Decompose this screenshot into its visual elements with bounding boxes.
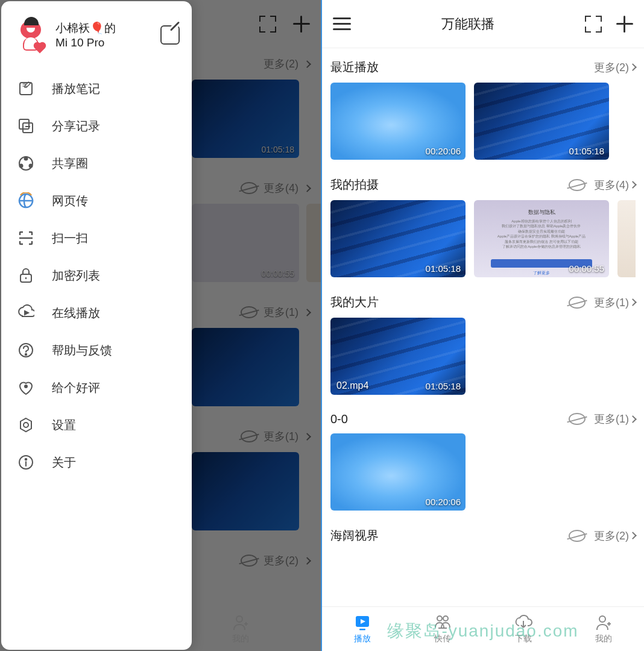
more-link[interactable]: 更多(2)	[594, 60, 636, 75]
chevron-icon	[629, 63, 637, 71]
more-link[interactable]: 更多(4)	[594, 178, 636, 192]
menu-label: 关于	[52, 454, 76, 471]
menu-item-web-transfer[interactable]: 网页传	[1, 182, 192, 219]
menu-item-encrypted[interactable]: 加密列表	[1, 257, 192, 294]
right-header: 万能联播	[322, 0, 644, 48]
video-thumb[interactable]: 01:05:18	[330, 200, 466, 277]
svg-point-17	[437, 616, 442, 621]
menu-item-help[interactable]: 帮助与反馈	[1, 332, 192, 369]
menu-label: 共享圈	[52, 156, 88, 172]
user-name-prefix: 小棉袄	[55, 22, 90, 34]
duration: 00:00:55	[569, 263, 604, 274]
scan-button[interactable]	[585, 16, 602, 33]
thumbs-row: 01:05:18数据与隐私Apple相信您拥有掌控个人信息的权利我们设计了数据与…	[330, 200, 636, 277]
eye-off-icon[interactable]	[569, 413, 586, 425]
duration: 01:05:18	[426, 381, 461, 391]
svg-point-4	[25, 157, 28, 160]
section-我的大片: 我的大片更多(1)02.mp401:05:18	[322, 283, 644, 401]
section-header: 我的大片更多(1)	[330, 294, 636, 310]
share-log-icon	[17, 117, 35, 135]
svg-point-14	[236, 616, 242, 622]
video-thumb[interactable]: 01:05:18	[474, 83, 609, 160]
nav-label: 快传	[434, 634, 451, 644]
video-thumb[interactable]: 02.mp401:05:18	[330, 318, 466, 395]
svg-rect-16	[359, 629, 365, 631]
video-thumb[interactable]: 数据与隐私Apple相信您拥有掌控个人信息的权利我们设计了数据与隐私信息 帮助A…	[474, 200, 609, 277]
duration: 01:05:18	[569, 146, 604, 156]
side-drawer: 小棉袄🎈的 Mi 10 Pro 播放笔记分享记录共享圈网页传扫一扫加密列表在线播…	[1, 1, 192, 650]
duration: 01:05:18	[426, 263, 461, 274]
menu-label: 网页传	[52, 193, 88, 209]
menu-item-online-play[interactable]: 在线播放	[1, 294, 192, 332]
section-title: 0-0	[330, 412, 569, 426]
drawer-title: 小棉袄🎈的 Mi 10 Pro	[55, 20, 152, 49]
menu-label: 帮助与反馈	[52, 342, 112, 359]
more-link[interactable]: 更多(1)	[594, 295, 636, 310]
drawer-header: 小棉袄🎈的 Mi 10 Pro	[1, 13, 192, 66]
svg-rect-1	[19, 119, 29, 129]
section-最近播放: 最近播放更多(2)00:20:0601:05:18	[322, 48, 644, 166]
section-header: 0-0更多(1)	[330, 412, 636, 426]
video-thumb[interactable]: 00:20:06	[330, 433, 466, 511]
menu-label: 扫一扫	[52, 230, 88, 247]
menu-item-scan[interactable]: 扫一扫	[1, 219, 192, 257]
eye-off-icon[interactable]	[569, 530, 586, 542]
balloon-icon: 🎈	[90, 22, 104, 34]
section-title: 海阔视界	[330, 527, 569, 544]
person-icon	[232, 614, 250, 632]
menu-item-settings[interactable]: 设置	[1, 406, 192, 444]
nav-download[interactable]: 下载	[514, 614, 532, 644]
online-play-icon	[17, 304, 35, 322]
svg-point-10	[25, 385, 27, 388]
more-link[interactable]: 更多(2)	[594, 529, 636, 543]
svg-point-20	[599, 616, 605, 622]
nav-label: 播放	[354, 634, 371, 644]
chevron-icon	[629, 532, 637, 539]
menu-label: 播放笔记	[52, 81, 100, 97]
menu-item-notes[interactable]: 播放笔记	[1, 70, 192, 107]
menu-item-rate[interactable]: 给个好评	[1, 369, 192, 406]
menu-item-share-log[interactable]: 分享记录	[1, 107, 192, 145]
device-name: Mi 10 Pro	[55, 36, 152, 49]
duration: 00:20:06	[426, 497, 461, 507]
nav-fast[interactable]: 快传	[434, 614, 452, 644]
section-title: 我的大片	[330, 294, 569, 310]
right-content[interactable]: 最近播放更多(2)00:20:0601:05:18我的拍摄更多(4)01:05:…	[322, 48, 644, 606]
download-icon	[514, 614, 532, 632]
nav-play[interactable]: 播放	[353, 614, 371, 644]
help-icon	[17, 341, 35, 359]
nav-label: 我的	[595, 634, 612, 644]
menu-label: 加密列表	[52, 268, 100, 284]
encrypted-icon	[17, 266, 35, 285]
svg-point-6	[30, 165, 33, 168]
add-button[interactable]	[616, 16, 633, 33]
avatar[interactable]	[13, 18, 47, 52]
svg-rect-19	[438, 627, 447, 629]
section-header: 我的拍摄更多(4)	[330, 177, 636, 193]
edit-button[interactable]	[160, 25, 180, 45]
menu-label: 给个好评	[52, 380, 100, 396]
svg-rect-2	[23, 123, 33, 133]
eye-off-icon[interactable]	[569, 297, 586, 309]
more-link[interactable]: 更多(1)	[594, 412, 636, 426]
nav-mine[interactable]: 我的	[595, 614, 613, 644]
user-name-suffix: 的	[104, 22, 116, 34]
nav-label: 下载	[515, 634, 532, 644]
right-bottom-nav: 播放快传下载我的	[322, 606, 644, 651]
menu-label: 分享记录	[52, 118, 100, 134]
menu-button[interactable]	[333, 17, 351, 30]
fast-icon	[434, 614, 452, 632]
right-phone-screen: 万能联播 最近播放更多(2)00:20:0601:05:18我的拍摄更多(4)0…	[322, 0, 644, 651]
nav-mine[interactable]: 我的	[232, 614, 250, 644]
nav-label: 我的	[232, 634, 249, 644]
file-name: 02.mp4	[336, 380, 368, 391]
svg-point-5	[20, 165, 23, 168]
section-0-0: 0-0更多(1)00:20:06	[322, 401, 644, 517]
menu-item-share-circle[interactable]: 共享圈	[1, 145, 192, 182]
video-thumb[interactable]	[617, 200, 636, 277]
video-thumb[interactable]: 00:20:06	[330, 83, 466, 160]
header-actions	[585, 16, 633, 33]
eye-off-icon[interactable]	[569, 179, 586, 191]
section-我的拍摄: 我的拍摄更多(4)01:05:18数据与隐私Apple相信您拥有掌控个人信息的权…	[322, 166, 644, 283]
menu-item-about[interactable]: 关于	[1, 444, 192, 481]
